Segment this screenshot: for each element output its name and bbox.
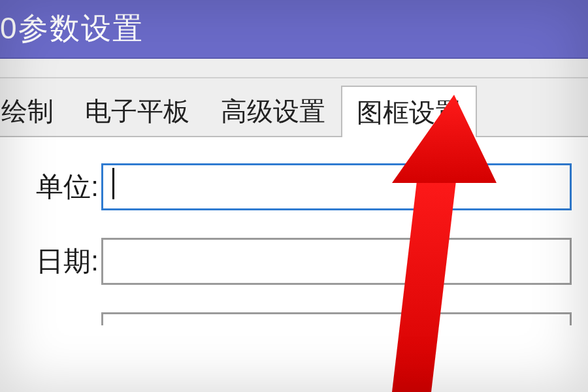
tab-strip: 绘制 电子平板 高级设置 图框设置 [0, 78, 588, 137]
row-unit: 单位: [0, 163, 588, 210]
row-extra [0, 312, 588, 325]
window-title: 0参数设置 [0, 8, 144, 49]
label-unit: 单位: [0, 169, 101, 205]
input-extra[interactable] [101, 312, 572, 325]
titlebar: 0参数设置 [0, 0, 588, 59]
input-date[interactable] [101, 238, 572, 285]
tab-tablet[interactable]: 电子平板 [69, 84, 205, 136]
input-unit[interactable] [101, 163, 572, 210]
settings-dialog: 0参数设置 绘制 电子平板 高级设置 图框设置 单位: 日期: [0, 0, 588, 392]
label-date: 日期: [0, 243, 101, 280]
tab-frame-settings[interactable]: 图框设置 [341, 86, 477, 137]
row-date: 日期: [0, 238, 588, 285]
tab-advanced[interactable]: 高级设置 [205, 84, 341, 136]
tab-draw[interactable]: 绘制 [0, 84, 69, 136]
tab-content: 单位: 日期: [0, 137, 588, 392]
toolbar-spacer [0, 59, 588, 78]
text-caret [112, 168, 114, 199]
